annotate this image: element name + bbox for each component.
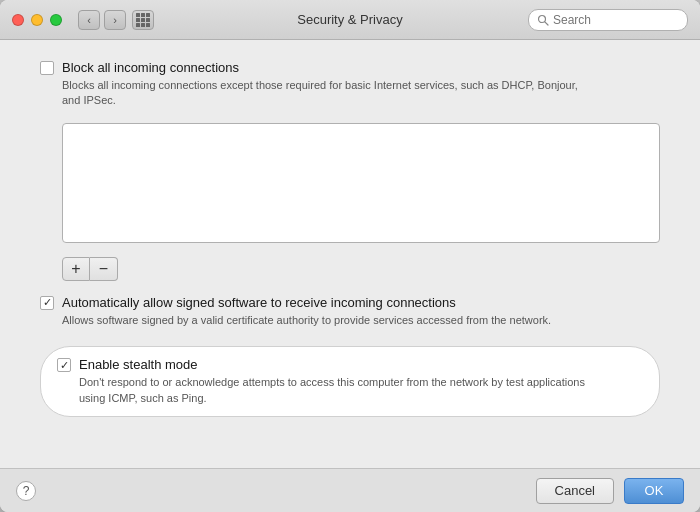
help-button[interactable]: ?: [16, 481, 36, 501]
nav-buttons: ‹ ›: [78, 10, 126, 30]
titlebar: ‹ › Security & Privacy: [0, 0, 700, 40]
svg-line-1: [545, 21, 548, 24]
close-button[interactable]: [12, 14, 24, 26]
search-input[interactable]: [553, 13, 679, 27]
stealth-mode-checkbox[interactable]: [57, 358, 71, 372]
auto-allow-row: Automatically allow signed software to r…: [40, 295, 660, 328]
block-connections-row: Block all incoming connections Blocks al…: [40, 60, 660, 109]
grid-icon: [136, 13, 150, 27]
auto-allow-label: Automatically allow signed software to r…: [62, 295, 551, 310]
window-title: Security & Privacy: [297, 12, 402, 27]
block-connections-label: Block all incoming connections: [62, 60, 582, 75]
stealth-mode-label: Enable stealth mode: [79, 357, 599, 372]
ok-button[interactable]: OK: [624, 478, 684, 504]
auto-allow-checkbox[interactable]: [40, 296, 54, 310]
search-icon: [537, 14, 549, 26]
connections-list: [62, 123, 660, 243]
forward-button[interactable]: ›: [104, 10, 126, 30]
search-box[interactable]: [528, 9, 688, 31]
block-connections-checkbox[interactable]: [40, 61, 54, 75]
traffic-lights: [12, 14, 62, 26]
cancel-button[interactable]: Cancel: [536, 478, 614, 504]
back-button[interactable]: ‹: [78, 10, 100, 30]
list-controls: + −: [62, 257, 660, 281]
add-button[interactable]: +: [62, 257, 90, 281]
minimize-button[interactable]: [31, 14, 43, 26]
grid-button[interactable]: [132, 10, 154, 30]
bottom-bar: ? Cancel OK: [0, 468, 700, 512]
auto-allow-desc: Allows software signed by a valid certif…: [62, 313, 551, 328]
maximize-button[interactable]: [50, 14, 62, 26]
main-content: Block all incoming connections Blocks al…: [0, 40, 700, 468]
stealth-mode-row: Enable stealth mode Don't respond to or …: [57, 357, 643, 406]
stealth-mode-desc: Don't respond to or acknowledge attempts…: [79, 375, 599, 406]
window: ‹ › Security & Privacy Block all incomi: [0, 0, 700, 512]
remove-button[interactable]: −: [90, 257, 118, 281]
block-connections-desc: Blocks all incoming connections except t…: [62, 78, 582, 109]
stealth-mode-highlight: Enable stealth mode Don't respond to or …: [40, 346, 660, 417]
bottom-actions: Cancel OK: [536, 478, 684, 504]
